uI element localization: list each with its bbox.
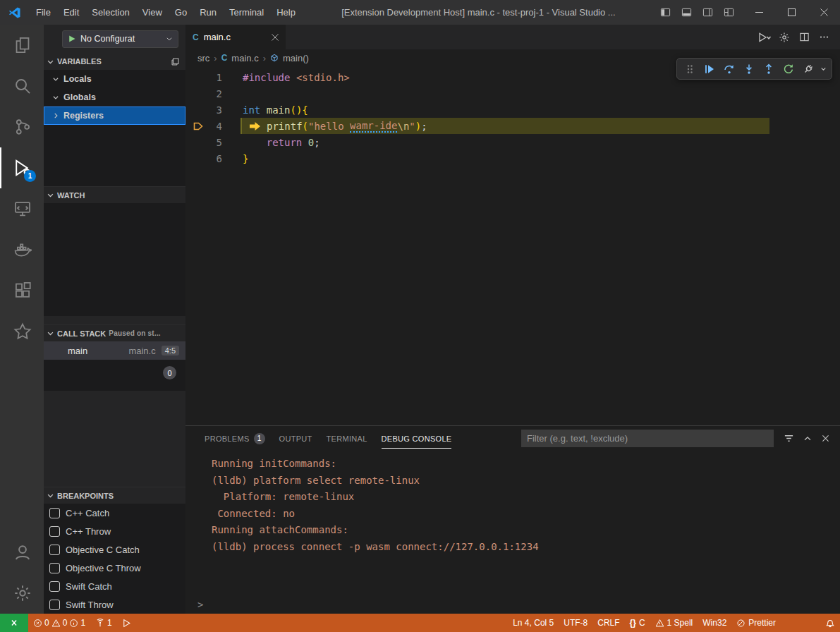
- breakpoint-row[interactable]: Swift Catch: [44, 577, 185, 595]
- variables-item-locals[interactable]: Locals: [44, 70, 185, 88]
- toolbar-grip[interactable]: [681, 60, 698, 78]
- menu-file[interactable]: File: [30, 0, 57, 25]
- console-line: Platform: remote-linux: [212, 489, 840, 506]
- breakpoint-checkbox[interactable]: [49, 600, 60, 610]
- maximize-button[interactable]: [775, 0, 808, 25]
- disconnect-icon[interactable]: [799, 60, 817, 78]
- remote-explorer-icon[interactable]: [0, 188, 44, 229]
- variables-item-globals[interactable]: Globals: [44, 88, 185, 107]
- debug-console-input[interactable]: >: [185, 595, 840, 614]
- menu-go[interactable]: Go: [169, 0, 193, 25]
- remote-indicator[interactable]: [0, 614, 28, 632]
- stack-frame-arrow-icon[interactable]: [185, 122, 207, 130]
- customize-layout-icon[interactable]: [719, 3, 738, 23]
- settings-gear-icon[interactable]: [0, 573, 44, 614]
- watch-section-header[interactable]: WATCH: [44, 186, 185, 203]
- cursor-position[interactable]: Ln 4, Col 5: [508, 614, 559, 632]
- breakpoint-checkbox[interactable]: [49, 563, 60, 573]
- code-token: ;: [314, 137, 319, 148]
- step-out-icon[interactable]: [760, 60, 777, 78]
- eol-status[interactable]: CRLF: [592, 614, 624, 632]
- menu-view[interactable]: View: [136, 0, 169, 25]
- editor-group: C main.c: [185, 25, 840, 614]
- variables-section-header[interactable]: VARIABLES: [44, 53, 185, 70]
- debug-config-dropdown[interactable]: No Configurat: [62, 30, 178, 48]
- breakpoint-checkbox[interactable]: [49, 581, 60, 592]
- menu-terminal[interactable]: Terminal: [223, 0, 270, 25]
- star-icon[interactable]: [0, 311, 44, 352]
- continue-icon[interactable]: [700, 60, 718, 78]
- extensions-icon[interactable]: [0, 270, 44, 311]
- breadcrumb-folder[interactable]: src: [197, 53, 209, 63]
- split-editor-icon[interactable]: [795, 28, 813, 47]
- code-token: ": [409, 121, 415, 132]
- more-actions-icon[interactable]: [815, 28, 833, 47]
- spell-checker-status[interactable]: 1 Spell: [650, 614, 698, 632]
- breakpoint-row[interactable]: C++ Catch: [44, 504, 185, 522]
- debug-session-chevron-icon[interactable]: [819, 60, 828, 78]
- panel-tab-problems[interactable]: PROBLEMS1: [197, 426, 272, 451]
- menu-help[interactable]: Help: [270, 0, 302, 25]
- breakpoint-checkbox[interactable]: [49, 545, 60, 555]
- error-icon: [33, 619, 42, 628]
- problems-status[interactable]: 0 0 1: [28, 614, 90, 632]
- maximize-panel-chevron-icon[interactable]: [803, 434, 812, 444]
- open-panel-icon[interactable]: [171, 57, 180, 66]
- breakpoint-row[interactable]: Objective C Throw: [44, 559, 185, 577]
- breakpoints-section-header[interactable]: BREAKPOINTS: [44, 487, 185, 504]
- notifications-bell-icon[interactable]: [820, 614, 840, 632]
- platform-status[interactable]: Win32: [698, 614, 731, 632]
- tab-close-icon[interactable]: [272, 34, 279, 41]
- breakpoint-checkbox[interactable]: [49, 526, 60, 537]
- source-control-icon[interactable]: [0, 107, 44, 147]
- frame-position-badge: 4:5: [162, 346, 179, 356]
- account-icon[interactable]: [0, 532, 44, 573]
- restart-icon[interactable]: [779, 60, 797, 78]
- debug-console-output[interactable]: Running initCommands:(lldb) platform sel…: [185, 451, 840, 595]
- breakpoint-row[interactable]: Swift Throw: [44, 595, 185, 614]
- docker-icon[interactable]: [0, 229, 44, 270]
- breakpoint-checkbox[interactable]: [49, 508, 60, 518]
- breakpoint-row[interactable]: C++ Throw: [44, 522, 185, 540]
- breadcrumb-symbol[interactable]: main(): [283, 53, 309, 63]
- activity-bar-spacer: [0, 352, 44, 532]
- call-stack-section-header[interactable]: CALL STACK Paused on st...: [44, 324, 185, 341]
- code-line: 2: [185, 85, 840, 102]
- title-bar: FileEditSelectionViewGoRunTerminalHelp […: [0, 0, 840, 25]
- code-token: [290, 72, 296, 83]
- step-into-icon[interactable]: [740, 60, 757, 78]
- menu-selection[interactable]: Selection: [85, 0, 135, 25]
- toggle-sidebar-icon[interactable]: [655, 3, 675, 23]
- call-stack-frame-row[interactable]: main main.c 4:5: [44, 341, 185, 360]
- minimize-button[interactable]: [743, 0, 775, 25]
- code-editor[interactable]: 1#include <stdio.h>23int main(){4printf(…: [185, 66, 840, 425]
- close-button[interactable]: [808, 0, 840, 25]
- toggle-secondary-sidebar-icon[interactable]: [698, 3, 717, 23]
- panel-tab-output[interactable]: OUTPUT: [272, 426, 319, 451]
- explorer-icon[interactable]: [0, 25, 44, 66]
- ports-status[interactable]: 1: [90, 614, 117, 632]
- debug-status[interactable]: [117, 614, 136, 632]
- run-and-debug-icon[interactable]: 1: [0, 147, 44, 188]
- tab-main-c[interactable]: C main.c: [185, 25, 286, 49]
- language-mode[interactable]: {} C: [625, 614, 650, 632]
- breadcrumb-file[interactable]: main.c: [231, 53, 258, 63]
- variable-scope-label: Registers: [63, 111, 104, 121]
- toggle-panel-icon[interactable]: [676, 3, 696, 23]
- variables-item-registers[interactable]: Registers: [44, 107, 185, 125]
- step-over-icon[interactable]: [720, 60, 738, 78]
- panel-tab-debug-console[interactable]: DEBUG CONSOLE: [375, 426, 459, 451]
- close-panel-icon[interactable]: [821, 434, 830, 443]
- editor-settings-gear-icon[interactable]: [775, 28, 793, 47]
- breakpoint-row[interactable]: Objective C Catch: [44, 540, 185, 559]
- formatter-status[interactable]: Prettier: [731, 614, 781, 632]
- code-token: }: [243, 153, 248, 164]
- menu-run[interactable]: Run: [193, 0, 223, 25]
- panel-tab-terminal[interactable]: TERMINAL: [319, 426, 375, 451]
- run-or-debug-icon[interactable]: [755, 28, 774, 47]
- search-icon[interactable]: [0, 66, 44, 107]
- menu-edit[interactable]: Edit: [57, 0, 85, 25]
- filter-icon[interactable]: [784, 433, 794, 444]
- debug-console-filter-input[interactable]: [521, 430, 774, 447]
- encoding-status[interactable]: UTF-8: [559, 614, 592, 632]
